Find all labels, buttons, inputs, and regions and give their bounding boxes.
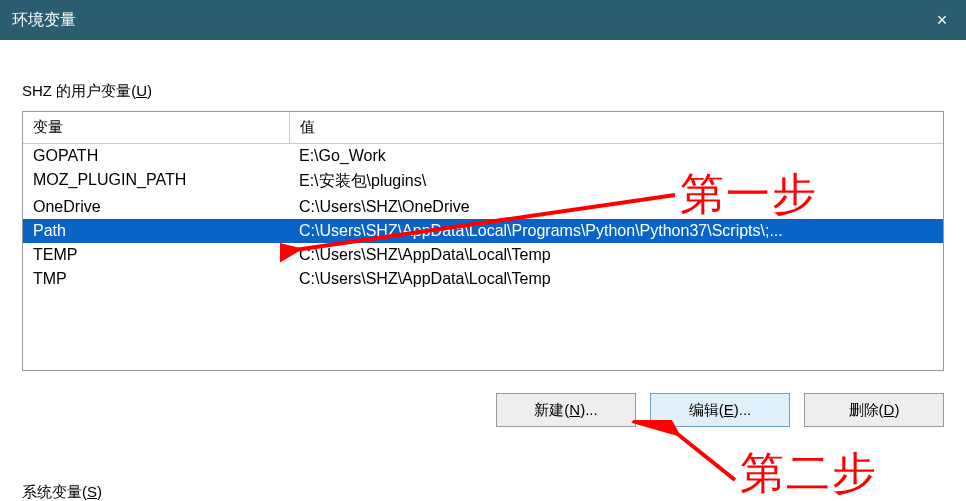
annotation-step2: 第二步 (740, 444, 878, 501)
window-title: 环境变量 (12, 10, 918, 31)
cell-variable: GOPATH (23, 144, 289, 168)
cell-value: C:\Users\SHZ\AppData\Local\Temp (289, 243, 943, 267)
cell-variable: Path (23, 219, 289, 243)
edit-button[interactable]: 编辑(E)... (650, 393, 790, 427)
delete-button[interactable]: 删除(D) (804, 393, 944, 427)
cell-variable: TEMP (23, 243, 289, 267)
button-row: 新建(N)... 编辑(E)... 删除(D) (22, 393, 944, 427)
user-vars-label: SHZ 的用户变量(U) (22, 82, 944, 101)
annotation-step1: 第一步 (680, 165, 818, 224)
table-row[interactable]: TEMPC:\Users\SHZ\AppData\Local\Temp (23, 243, 943, 267)
cell-variable: OneDrive (23, 195, 289, 219)
user-vars-table[interactable]: 变量 值 GOPATHE:\Go_WorkMOZ_PLUGIN_PATHE:\安… (22, 111, 944, 371)
content-area: SHZ 的用户变量(U) 变量 值 GOPATHE:\Go_WorkMOZ_PL… (0, 40, 966, 501)
cell-value: E:\安装包\plugins\ (289, 168, 943, 195)
close-icon: × (937, 10, 948, 31)
col-header-variable[interactable]: 变量 (23, 112, 289, 143)
titlebar: 环境变量 × (0, 0, 966, 40)
cell-variable: MOZ_PLUGIN_PATH (23, 168, 289, 195)
cell-value: E:\Go_Work (289, 144, 943, 168)
table-row[interactable]: TMPC:\Users\SHZ\AppData\Local\Temp (23, 267, 943, 291)
col-header-value[interactable]: 值 (290, 112, 943, 143)
new-button[interactable]: 新建(N)... (496, 393, 636, 427)
cell-value: C:\Users\SHZ\AppData\Local\Temp (289, 267, 943, 291)
table-header: 变量 值 (23, 112, 943, 144)
cell-value: C:\Users\SHZ\AppData\Local\Programs\Pyth… (289, 219, 943, 243)
close-button[interactable]: × (918, 0, 966, 40)
cell-value: C:\Users\SHZ\OneDrive (289, 195, 943, 219)
cell-variable: TMP (23, 267, 289, 291)
